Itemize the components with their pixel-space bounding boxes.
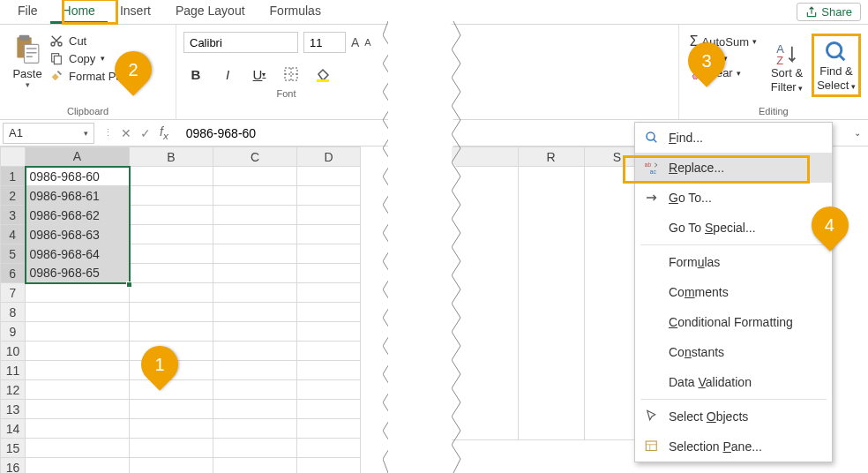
- cell[interactable]: [26, 458, 130, 474]
- cut-button[interactable]: Cut: [49, 34, 145, 48]
- column-header[interactable]: R: [518, 147, 584, 167]
- cell[interactable]: [213, 167, 297, 186]
- row-header[interactable]: 15: [1, 439, 26, 458]
- paste-button[interactable]: Paste ▾: [5, 28, 49, 102]
- menu-item-data-validation[interactable]: Data Validation: [635, 367, 832, 397]
- cell[interactable]: [213, 439, 297, 458]
- expand-formula-bar-icon[interactable]: ⌄: [854, 128, 861, 138]
- cell[interactable]: [26, 361, 130, 380]
- row-header[interactable]: 5: [1, 244, 26, 264]
- cell[interactable]: [130, 380, 213, 400]
- cell[interactable]: [297, 186, 361, 206]
- cell[interactable]: 0986-968-65: [26, 264, 130, 283]
- cell[interactable]: [26, 303, 130, 322]
- column-header[interactable]: A: [26, 147, 130, 167]
- cell[interactable]: [130, 400, 213, 419]
- menu-item-selection-pane[interactable]: Selection Pane...: [635, 432, 832, 462]
- cell[interactable]: 0986-968-63: [26, 225, 130, 244]
- cell[interactable]: [297, 206, 361, 225]
- cell[interactable]: [297, 244, 361, 264]
- cell[interactable]: [26, 439, 130, 458]
- cell[interactable]: [213, 186, 297, 206]
- insert-function-button[interactable]: fx: [160, 124, 177, 141]
- sort-filter-button[interactable]: AZ Sort & Filter ▾: [762, 36, 812, 94]
- cell[interactable]: [26, 322, 130, 342]
- underline-button[interactable]: U▾: [247, 64, 272, 85]
- menu-item-replace[interactable]: abac Replace...: [635, 153, 832, 183]
- cell[interactable]: [130, 439, 213, 458]
- menu-item-comments[interactable]: Comments: [635, 277, 832, 307]
- tab-file[interactable]: File: [5, 0, 50, 24]
- cell[interactable]: [213, 380, 297, 400]
- row-header[interactable]: 12: [1, 380, 26, 400]
- cell[interactable]: [213, 244, 297, 264]
- menu-item-formulas[interactable]: Formulas: [635, 247, 832, 277]
- cell[interactable]: [213, 419, 297, 439]
- cell[interactable]: [130, 206, 213, 225]
- menu-item-select-objects[interactable]: Select Objects: [635, 402, 832, 432]
- cell[interactable]: [297, 342, 361, 361]
- cell[interactable]: [26, 342, 130, 361]
- cell[interactable]: [130, 322, 213, 342]
- cell[interactable]: [297, 322, 361, 342]
- borders-button[interactable]: [279, 64, 303, 85]
- cell[interactable]: [213, 303, 297, 322]
- cell[interactable]: [213, 322, 297, 342]
- row-header[interactable]: 6: [1, 264, 26, 283]
- cell[interactable]: [297, 458, 361, 474]
- cell[interactable]: [213, 283, 297, 303]
- row-header[interactable]: 11: [1, 361, 26, 380]
- cell[interactable]: 0986-968-61: [26, 186, 130, 206]
- italic-button[interactable]: I: [215, 64, 240, 85]
- row-header[interactable]: 2: [1, 186, 26, 206]
- find-select-button[interactable]: Find & Select ▾: [812, 34, 861, 96]
- cell[interactable]: [213, 225, 297, 244]
- row-header[interactable]: 3: [1, 206, 26, 225]
- menu-item-conditional-formatting[interactable]: Conditional Formatting: [635, 307, 832, 337]
- column-header[interactable]: D: [297, 147, 361, 167]
- cancel-formula-button[interactable]: ✕: [121, 126, 131, 140]
- cell[interactable]: [130, 303, 213, 322]
- cell[interactable]: [213, 342, 297, 361]
- row-header[interactable]: 14: [1, 419, 26, 439]
- bold-button[interactable]: B: [183, 64, 208, 85]
- accept-formula-button[interactable]: ✓: [131, 126, 160, 140]
- column-header[interactable]: [452, 147, 518, 167]
- cell[interactable]: [213, 206, 297, 225]
- row-header[interactable]: 1: [1, 167, 26, 186]
- cell[interactable]: [297, 439, 361, 458]
- cell[interactable]: [130, 419, 213, 439]
- cell[interactable]: [130, 283, 213, 303]
- row-header[interactable]: 7: [1, 283, 26, 303]
- cell[interactable]: [130, 186, 213, 206]
- cell[interactable]: [297, 225, 361, 244]
- menu-item-goto-special[interactable]: Go To Special...: [635, 213, 832, 243]
- cell[interactable]: [130, 225, 213, 244]
- cell[interactable]: [297, 419, 361, 439]
- share-button[interactable]: Share: [797, 3, 861, 21]
- cell[interactable]: [26, 400, 130, 419]
- menu-item-constants[interactable]: Constants: [635, 337, 832, 367]
- cell[interactable]: [297, 361, 361, 380]
- tab-page-layout[interactable]: Page Layout: [163, 0, 258, 24]
- cell[interactable]: [213, 361, 297, 380]
- cell[interactable]: [297, 303, 361, 322]
- row-header[interactable]: 16: [1, 458, 26, 474]
- column-header[interactable]: C: [213, 147, 297, 167]
- cell[interactable]: 0986-968-62: [26, 206, 130, 225]
- row-header[interactable]: 10: [1, 342, 26, 361]
- cell[interactable]: 0986-968-64: [26, 244, 130, 264]
- name-box[interactable]: A1 ▾: [3, 123, 94, 144]
- tab-formulas[interactable]: Formulas: [258, 0, 333, 24]
- cell[interactable]: [26, 283, 130, 303]
- menu-item-goto[interactable]: Go To...: [635, 183, 832, 213]
- cell[interactable]: [297, 283, 361, 303]
- cell[interactable]: [130, 244, 213, 264]
- cell[interactable]: [297, 264, 361, 283]
- chevron-down-icon[interactable]: ▾: [84, 129, 88, 138]
- cell[interactable]: [297, 400, 361, 419]
- cell[interactable]: [130, 167, 213, 186]
- select-all-cell[interactable]: [1, 147, 26, 167]
- decrease-font-icon[interactable]: A: [364, 37, 370, 48]
- cell[interactable]: [26, 419, 130, 439]
